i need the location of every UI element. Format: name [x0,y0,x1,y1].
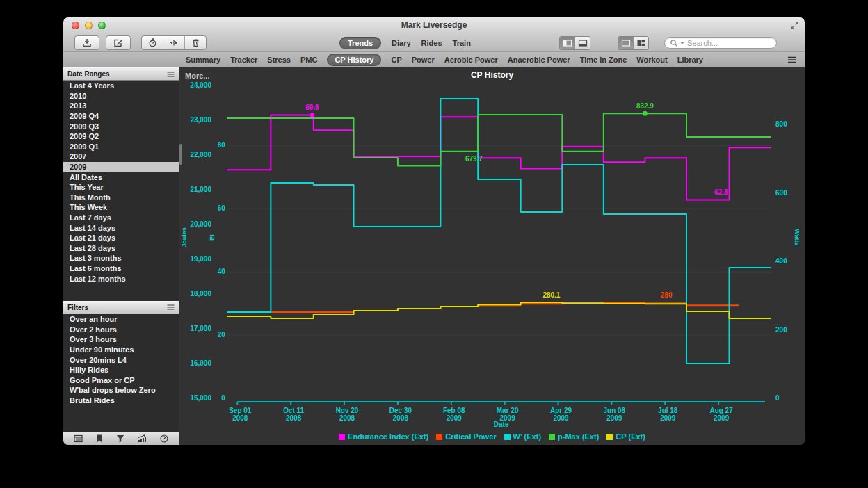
svg-text:Date: Date [494,421,509,428]
search-filter-dropdown-icon[interactable] [680,40,685,46]
summary-view-icon[interactable] [74,434,83,443]
date-range-item[interactable]: 2009 Q3 [63,121,179,131]
chart-layout-toggle-group [618,36,649,50]
filter-item[interactable]: Under 90 minutes [63,345,179,355]
scope-tab-train[interactable]: Train [453,39,471,47]
date-range-item[interactable]: Last 6 months [63,263,179,274]
svg-text:Nov 20: Nov 20 [336,407,359,414]
svg-text:18,000: 18,000 [190,290,211,298]
split-activity-button[interactable] [163,36,184,49]
date-range-item-selected[interactable]: 2009 [63,162,179,172]
delete-activity-button[interactable] [184,36,206,49]
svg-text:89.6: 89.6 [305,104,319,111]
svg-text:Aug 27: Aug 27 [709,407,733,414]
tab-anaerobic-power[interactable]: Anaerobic Power [508,56,570,64]
date-range-item[interactable]: 2009 Q2 [63,131,179,142]
tab-pmc[interactable]: PMC [300,56,317,64]
date-range-item[interactable]: Last 3 months [63,253,179,263]
date-range-item[interactable]: 2007 [63,152,179,162]
download-icon [81,38,93,48]
date-range-item[interactable]: This Week [63,202,179,213]
filter-item[interactable]: Brutal Rides [63,396,179,406]
chart-menu-icon[interactable] [787,56,796,63]
search-field[interactable]: Search... [664,37,777,49]
manual-entry-button[interactable] [106,35,131,50]
sidebar: Date Ranges Last 4 Years 2010 2013 2009 … [63,67,179,445]
svg-text:40: 40 [218,268,226,275]
svg-text:Dec 30: Dec 30 [389,407,412,414]
svg-text:2009: 2009 [714,414,730,422]
svg-text:0: 0 [221,394,225,402]
tab-aerobic-power[interactable]: Aerobic Power [444,56,498,64]
tab-library[interactable]: Library [677,56,703,64]
download-activity-button[interactable] [74,35,99,50]
svg-text:62.8: 62.8 [714,188,728,196]
sidebar-lowbar-toggle-group [559,36,590,50]
scope-tab-diary[interactable]: Diary [392,39,411,47]
date-range-item[interactable]: Last 21 days [63,233,179,243]
date-range-item[interactable]: 2010 [63,91,179,101]
tabbed-view-button[interactable] [618,37,633,49]
svg-text:832.9: 832.9 [636,102,654,110]
tab-summary[interactable]: Summary [186,56,220,64]
tab-cp-history[interactable]: CP History [327,54,381,66]
svg-text:21,000: 21,000 [190,186,211,193]
filters-menu-icon[interactable] [167,304,175,310]
date-range-item[interactable]: 2009 Q4 [63,111,179,122]
stopwatch-button[interactable] [142,36,163,49]
filter-item[interactable]: Good Pmax or CP [63,375,179,385]
gauge-icon[interactable] [160,434,168,443]
tiled-view-button[interactable] [633,37,648,49]
sidebar-bottom-bar [63,432,179,445]
filter-item[interactable]: Over 3 hours [63,334,179,345]
tab-stress[interactable]: Stress [267,56,291,64]
date-range-item[interactable]: 2013 [63,101,179,111]
tabbed-view-icon [621,39,631,47]
tab-workout[interactable]: Workout [636,56,667,64]
svg-text:Watts: Watts [794,229,801,245]
date-range-item[interactable]: All Dates [63,172,179,182]
date-range-item[interactable]: 2009 Q1 [63,142,179,152]
svg-text:200: 200 [775,326,787,334]
svg-text:19,000: 19,000 [190,255,211,263]
date-ranges-menu-icon[interactable] [167,72,175,77]
titlebar: Mark Liversedge [63,17,805,33]
toggle-lowbar-button[interactable] [574,37,590,49]
sidebar-fill [63,405,179,432]
filter-item[interactable]: Hilly Rides [63,365,179,375]
search-icon [670,39,678,47]
date-range-item[interactable]: Last 4 Years [63,81,179,91]
fullscreen-icon[interactable] [790,21,799,30]
legend-item: Critical Power [436,432,496,441]
date-range-item[interactable]: Last 14 days [63,222,179,233]
scope-tab-trends[interactable]: Trends [339,37,381,49]
date-range-item[interactable]: Last 28 days [63,243,179,254]
filter-item[interactable]: Over 20mins L4 [63,355,179,365]
toggle-sidebar-button[interactable] [560,37,574,49]
legend-item: CP (Ext) [606,432,645,441]
chart-bars-icon[interactable] [138,434,147,443]
cp-history-chart: Sep 012008Oct 112008Nov 202008Dec 302008… [179,67,805,445]
filter-item[interactable]: W'bal drops below Zero [63,385,179,396]
bookmark-icon[interactable] [96,434,103,443]
filter-funnel-icon[interactable] [116,434,124,443]
tab-time-in-zone[interactable]: Time In Zone [580,56,627,64]
sidebar-pane-icon [563,39,572,47]
tab-cp[interactable]: CP [391,56,401,64]
date-range-item[interactable]: Last 7 days [63,213,179,223]
tab-tracker[interactable]: Tracker [230,56,257,64]
trash-icon [191,38,201,48]
svg-text:16,000: 16,000 [190,359,211,367]
date-range-item[interactable]: This Year [63,182,179,193]
svg-text:2008: 2008 [393,414,409,422]
cp-history-chart-panel: More... CP History Sep 012008Oct 112008N… [179,67,805,445]
date-range-item[interactable]: This Month [63,193,179,203]
filter-item[interactable]: Over 2 hours [63,324,179,334]
window-title: Mark Liversedge [63,20,805,30]
svg-text:Jun 08: Jun 08 [604,407,626,414]
svg-text:0: 0 [775,394,780,402]
scope-tab-rides[interactable]: Rides [421,39,442,47]
tab-power[interactable]: Power [412,56,435,64]
filter-item[interactable]: Over an hour [63,314,179,325]
date-range-item[interactable]: Last 12 months [63,273,179,284]
